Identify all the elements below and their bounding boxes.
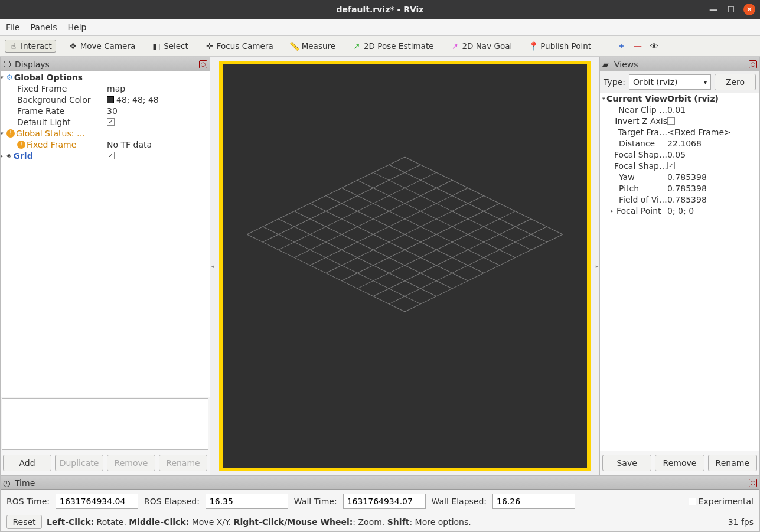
tree-row[interactable]: Pitch0.785398 xyxy=(600,182,759,194)
grid-checkbox[interactable]: ✓ xyxy=(107,152,115,159)
tree-row-global-options[interactable]: ▾⚙Global Options xyxy=(1,71,210,83)
grid-icon: ◈ xyxy=(6,152,11,159)
displays-panel: 🖵 Displays ○ ▾⚙Global Options Fixed Fram… xyxy=(0,57,210,475)
warning-icon: ! xyxy=(6,129,15,138)
tree-row-bg-color[interactable]: Background Color 48; 48; 48 xyxy=(1,94,210,105)
tree-row[interactable]: Near Clip …0.01 xyxy=(600,104,759,115)
tree-row[interactable]: ▸Focal Point0; 0; 0 xyxy=(600,205,759,216)
wall-time-field[interactable] xyxy=(343,494,426,509)
focal-fixed-checkbox[interactable]: ✓ xyxy=(667,162,675,169)
tree-row[interactable]: Distance22.1068 xyxy=(600,138,759,149)
ros-time-label: ROS Time: xyxy=(6,497,50,506)
zero-button[interactable]: Zero xyxy=(715,74,756,90)
toolbar: ☝Interact ✥Move Camera ◧Select ✛Focus Ca… xyxy=(0,35,760,57)
type-label: Type: xyxy=(604,77,625,87)
ros-time-field[interactable] xyxy=(56,494,138,509)
rename-view-button[interactable]: Rename xyxy=(708,455,757,471)
minus-icon[interactable]: — xyxy=(634,41,642,51)
remove-button[interactable]: Remove xyxy=(107,455,155,471)
minimize-button[interactable]: — xyxy=(708,4,719,15)
3d-viewport[interactable] xyxy=(219,61,591,471)
wall-time-label: Wall Time: xyxy=(294,497,337,506)
panel-close-icon[interactable]: ○ xyxy=(749,60,757,68)
close-button[interactable]: ✕ xyxy=(743,4,755,15)
tool-select[interactable]: ◧Select xyxy=(148,40,193,53)
displays-tree[interactable]: ▾⚙Global Options Fixed Frame map Backgro… xyxy=(1,71,210,397)
crosshair-icon: ✛ xyxy=(205,41,214,51)
warning-icon: ! xyxy=(17,141,25,149)
duplicate-button[interactable]: Duplicate xyxy=(55,455,103,471)
views-panel: ▰ Views ○ Type: Orbit (rviz) ▾ Zero ▾Cur… xyxy=(599,57,760,475)
tree-row[interactable]: Invert Z Axis xyxy=(600,115,759,126)
tree-row[interactable]: Focal Shap…✓ xyxy=(600,160,759,171)
reset-button[interactable]: Reset xyxy=(6,515,42,529)
pin-icon: 📍 xyxy=(529,41,538,51)
ros-elapsed-label: ROS Elapsed: xyxy=(144,497,200,506)
tree-row[interactable]: Target Fra…<Fixed Frame> xyxy=(600,126,759,138)
plus-icon[interactable]: ＋ xyxy=(617,41,625,51)
toolbar-separator xyxy=(606,39,606,53)
tree-row-current-view[interactable]: ▾Current View Orbit (rviz) xyxy=(600,93,759,104)
color-swatch[interactable] xyxy=(107,96,114,103)
tool-2d-nav-goal[interactable]: ➚2D Nav Goal xyxy=(446,40,517,53)
ruler-icon: 📏 xyxy=(290,41,299,51)
camera-icon: ▰ xyxy=(602,60,612,69)
ros-elapsed-field[interactable] xyxy=(206,494,288,509)
tree-row[interactable]: Yaw0.785398 xyxy=(600,171,759,182)
select-icon: ◧ xyxy=(152,41,161,51)
splitter-right[interactable]: ▸ xyxy=(595,57,599,475)
views-panel-header[interactable]: ▰ Views ○ xyxy=(600,57,759,71)
grid-render xyxy=(223,64,587,489)
tool-measure[interactable]: 📏Measure xyxy=(286,40,340,53)
default-light-checkbox[interactable]: ✓ xyxy=(107,118,115,126)
save-button[interactable]: Save xyxy=(602,455,651,471)
splitter-left[interactable]: ◂ xyxy=(210,57,215,475)
tree-row[interactable]: Focal Shap…0.05 xyxy=(600,149,759,160)
remove-view-button[interactable]: Remove xyxy=(655,455,704,471)
monitor-icon: 🖵 xyxy=(3,60,12,69)
description-box xyxy=(2,398,208,450)
invert-z-checkbox[interactable] xyxy=(667,117,675,125)
view-type-dropdown[interactable]: Orbit (rviz) ▾ xyxy=(629,74,711,90)
move-icon: ✥ xyxy=(69,41,78,51)
tool-2d-pose-estimate[interactable]: ➚2D Pose Estimate xyxy=(348,40,438,53)
tree-row-frame-rate[interactable]: Frame Rate 30 xyxy=(1,105,210,116)
views-tree[interactable]: ▾Current View Orbit (rviz) Near Clip …0.… xyxy=(600,93,759,451)
eye-icon[interactable]: 👁 xyxy=(650,41,658,51)
tree-row-status-fixed-frame[interactable]: !Fixed Frame No TF data xyxy=(1,139,210,150)
experimental-label: Experimental xyxy=(699,497,754,506)
add-button[interactable]: Add xyxy=(3,455,51,471)
arrow-green-icon: ➚ xyxy=(352,41,361,51)
menu-file[interactable]: File xyxy=(6,22,19,32)
wall-elapsed-field[interactable] xyxy=(492,494,575,509)
window-titlebar: default.rviz* - RViz — ☐ ✕ xyxy=(0,0,760,19)
window-title: default.rviz* - RViz xyxy=(336,5,423,14)
wall-elapsed-label: Wall Elapsed: xyxy=(432,497,487,506)
rename-button[interactable]: Rename xyxy=(159,455,207,471)
maximize-button[interactable]: ☐ xyxy=(726,4,736,15)
experimental-checkbox[interactable] xyxy=(689,498,696,505)
panel-close-icon[interactable]: ○ xyxy=(749,479,757,487)
menu-help[interactable]: Help xyxy=(68,22,87,32)
tree-row-global-status[interactable]: ▾!Global Status: … xyxy=(1,128,210,139)
tool-move-camera[interactable]: ✥Move Camera xyxy=(64,40,139,53)
tree-row-fixed-frame[interactable]: Fixed Frame map xyxy=(1,83,210,94)
chevron-down-icon: ▾ xyxy=(704,79,707,86)
hand-icon: ☝ xyxy=(9,41,18,51)
tree-row-grid[interactable]: ▸◈Grid ✓ xyxy=(1,150,210,161)
gear-icon: ⚙ xyxy=(6,73,13,81)
fps-label: 31 fps xyxy=(728,517,754,527)
menu-panels[interactable]: Panels xyxy=(30,22,57,32)
arrow-pink-icon: ➚ xyxy=(451,41,460,51)
tool-interact[interactable]: ☝Interact xyxy=(5,40,56,53)
tree-row[interactable]: Field of Vi…0.785398 xyxy=(600,194,759,205)
tool-focus-camera[interactable]: ✛Focus Camera xyxy=(201,40,278,53)
clock-icon: ◷ xyxy=(3,478,12,488)
tool-publish-point[interactable]: 📍Publish Point xyxy=(524,40,595,53)
viewport-container xyxy=(215,57,595,475)
tree-row-default-light[interactable]: Default Light ✓ xyxy=(1,116,210,128)
panel-close-icon[interactable]: ○ xyxy=(199,60,207,68)
displays-panel-header[interactable]: 🖵 Displays ○ xyxy=(1,57,210,71)
status-help-text: Left-Click: Rotate. Middle-Click: Move X… xyxy=(47,517,723,527)
menubar: File Panels Help xyxy=(0,19,760,35)
